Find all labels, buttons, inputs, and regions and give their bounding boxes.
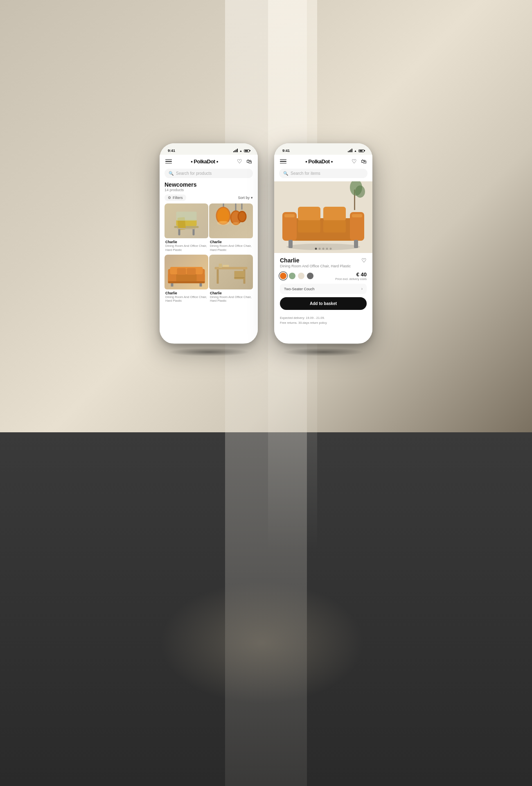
header-actions-1: ♡ 🛍 [237,158,252,165]
svg-rect-28 [217,269,219,284]
product-image-1 [165,203,208,238]
header-actions-2: ♡ 🛍 [352,158,367,165]
product-detail-info: Charlie Dining Room And Office Chair, Ha… [274,253,372,312]
image-dot-3[interactable] [322,248,325,250]
delivery-info: Expected delivery: 19.09 - 21.09. Free r… [274,316,372,325]
svg-rect-31 [234,277,245,278]
swatch-cream[interactable] [298,273,304,279]
product-image-3 [165,255,208,289]
app-logo-2: • PolkaDot • [305,158,333,165]
svg-point-16 [217,221,230,225]
lamp-illustration [209,203,253,238]
swatch-sage-green[interactable] [289,273,295,279]
cart-icon-2[interactable]: 🛍 [361,158,367,165]
sort-chevron-1: ▾ [251,196,253,200]
search-bar-1[interactable]: 🔍 Search for products [165,169,253,178]
product-desc-2: Dining Room And Office Chair, Hard Plast… [210,244,252,252]
wishlist-icon-1[interactable]: ♡ [237,158,242,165]
product-detail-desc: Dining Room And Office Chair, Hard Plast… [280,264,351,268]
product-desc-3: Dining Room And Office Chair, Hard Plast… [165,295,207,303]
status-bar-2: 9:41 ▲ [274,143,372,155]
price-note: Price excl. delivery costs [335,278,367,280]
svg-point-15 [239,212,246,221]
signal-icon-1 [233,149,238,152]
filter-button-1[interactable]: ⚙ Filters [165,194,186,201]
sort-button-1[interactable]: Sort by ▾ [238,196,253,200]
price-section: € 40 Price excl. delivery costs [335,271,367,280]
couch-large-illustration [274,181,372,253]
swatch-charcoal[interactable] [307,273,313,279]
variant-label: Two-Seater Couch [284,287,315,291]
product-info-2: Charlie Dining Room And Office Chair, Ha… [209,238,253,254]
chevron-right-icon: › [361,287,363,291]
image-dot-5[interactable] [330,248,332,250]
signal-icon-2 [348,149,352,152]
image-dot-1[interactable] [315,248,317,250]
svg-point-17 [232,222,241,226]
wifi-icon-2: ▲ [354,149,357,152]
image-dot-2[interactable] [319,248,321,250]
status-icons-1: ▲ [233,149,250,152]
phone1-shadow [168,348,250,356]
svg-rect-6 [176,212,197,221]
search-icon-1: 🔍 [169,171,174,176]
phone2-shadow [282,348,364,356]
svg-rect-39 [298,207,320,221]
cart-icon-1[interactable]: 🛍 [246,158,252,165]
product-detail-image [274,181,372,253]
wishlist-icon-2[interactable]: ♡ [352,158,357,165]
svg-rect-5 [178,228,196,229]
svg-rect-45 [284,214,295,217]
section-subtitle-1: 14 products [165,188,253,192]
svg-rect-40 [323,207,346,221]
filter-icon-1: ⚙ [168,196,171,200]
product-detail-name: Charlie [280,257,351,264]
time-2: 9:41 [282,149,290,153]
product-name-2: Charlie [210,240,252,244]
hamburger-menu-1[interactable] [165,159,172,164]
product-card-2[interactable]: Charlie Dining Room And Office Chair, Ha… [209,203,253,254]
phone2: 9:41 ▲ [274,143,372,344]
color-swatches [280,273,313,279]
phone2-wrapper: 9:41 ▲ [274,143,372,356]
hamburger-menu-2[interactable] [280,159,286,164]
product-name-1: Charlie [165,240,207,244]
svg-rect-9 [241,203,243,210]
product-detail-name-group: Charlie Dining Room And Office Chair, Ha… [280,257,351,268]
time-1: 9:41 [168,149,175,153]
search-placeholder-1: Search for products [176,171,212,176]
filter-bar-1: ⚙ Filters Sort by ▾ [160,193,258,203]
chair-illustration [165,203,208,238]
product-card-3[interactable]: Charlie Dining Room And Office Chair, Ha… [165,255,208,305]
section-heading-1: Newcomers [165,181,253,188]
svg-rect-41 [298,220,320,233]
product-wishlist-button[interactable]: ♡ [361,257,367,264]
product-name-4: Charlie [210,291,252,295]
product-detail-header: Charlie Dining Room And Office Chair, Ha… [280,257,367,268]
svg-rect-44 [354,240,358,248]
battery-icon-2 [358,149,364,152]
product-card-1[interactable]: Charlie Dining Room And Office Chair, Ha… [165,203,208,254]
svg-rect-46 [352,214,362,217]
app-header-1: • PolkaDot • ♡ 🛍 [160,155,258,167]
product-desc-1: Dining Room And Office Chair, Hard Plast… [165,244,207,252]
product-desc-4: Dining Room And Office Chair, Hard Plast… [210,295,252,303]
search-bar-2[interactable]: 🔍 Search for items [279,169,367,178]
swatch-orange[interactable] [280,273,286,279]
product-info-3: Charlie Dining Room And Office Chair, Ha… [165,289,208,305]
product-name-3: Charlie [165,291,207,295]
search-icon-2: 🔍 [283,171,288,176]
add-to-basket-button[interactable]: Add to basket [280,297,367,310]
wifi-icon-1: ▲ [239,149,242,152]
couch-illustration [165,255,208,289]
svg-rect-32 [219,264,222,268]
product-grid-1: Charlie Dining Room And Office Chair, Ha… [160,203,258,305]
desk-illustration [209,255,253,289]
filter-label-1: Filters [173,196,183,200]
battery-icon-1 [244,149,250,152]
product-card-4[interactable]: Charlie Dining Room And Office Chair, Ha… [209,255,253,305]
image-dot-4[interactable] [326,248,328,250]
app-header-2: • PolkaDot • ♡ 🛍 [274,155,372,167]
variant-selector[interactable]: Two-Seater Couch › [280,284,367,294]
phones-container: 9:41 ▲ [160,143,372,356]
